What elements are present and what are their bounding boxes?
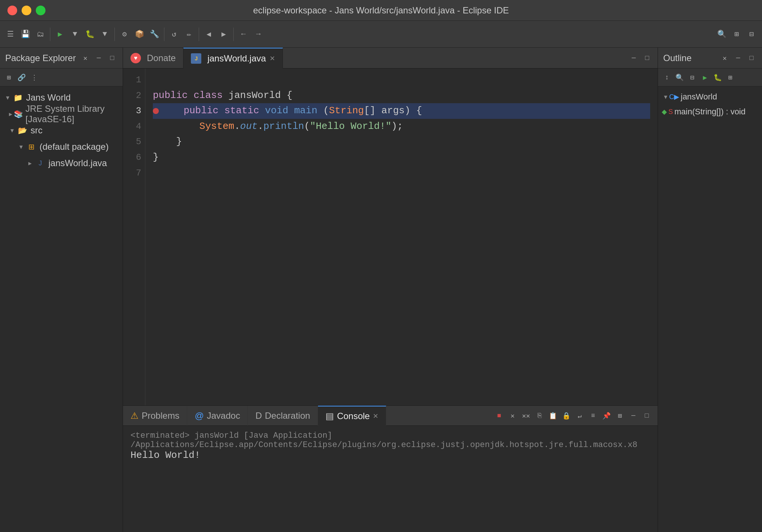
tab-console[interactable]: ▤ Console ✕ (318, 406, 386, 426)
out-field: out (240, 119, 258, 134)
close-brace-6: } (153, 150, 159, 165)
classname: jansWorld { (229, 88, 293, 104)
line-num-5: 5 (123, 134, 141, 150)
minimize-button[interactable] (22, 6, 31, 15)
maximize-button[interactable] (36, 6, 45, 15)
maximize-package-explorer-icon[interactable]: □ (107, 53, 117, 63)
toolbar-back[interactable]: ← (237, 28, 250, 41)
outline-collapse-icon[interactable]: ⊟ (687, 72, 698, 83)
close-outline-icon[interactable]: ✕ (720, 53, 730, 63)
expand-arrow-jans-world[interactable]: ▾ (3, 94, 12, 102)
toolbar-forward[interactable]: → (252, 28, 265, 41)
console-remove-icon[interactable]: ✕✕ (520, 410, 532, 421)
tree-item-default-pkg[interactable]: ▾ ⊞ (default package) (0, 139, 123, 155)
center-panel: ♥ Donate J jansWorld.java ✕ ─ □ 1 2 (123, 48, 658, 532)
expand-arrow-default-pkg[interactable]: ▾ (16, 143, 25, 151)
tree-item-jansworld-java[interactable]: ▸ J jansWorld.java (0, 155, 123, 171)
bottom-minimize-icon[interactable]: ─ (628, 410, 639, 421)
package-explorer-tree: ▾ 📁 Jans World ▸ 📚 JRE System Library [J… (0, 86, 123, 532)
toolbar-separator-5 (233, 28, 234, 41)
outline-expand-icon[interactable]: ⊞ (725, 72, 736, 83)
minimize-outline-icon[interactable]: ─ (733, 53, 743, 63)
param-args: args) { (381, 103, 422, 119)
minimize-package-explorer-icon[interactable]: ─ (94, 53, 104, 63)
toolbar-refactor[interactable]: ↺ (167, 28, 181, 41)
tab-javadoc[interactable]: @ Javadoc (187, 406, 248, 426)
string-hello: "Hello World!" (310, 119, 391, 134)
package-explorer-toolbar: ⊞ 🔗 ⋮ (0, 69, 123, 86)
tab-jansworld-label: jansWorld.java (207, 53, 266, 64)
outline-title: Outline (663, 53, 717, 63)
outline-item-main[interactable]: ◆ S main(String[]) : void (658, 104, 762, 119)
collapse-all-icon[interactable]: ⊞ (4, 72, 14, 83)
outline-filter-icon[interactable]: 🔍 (674, 72, 685, 83)
debug-button[interactable]: 🐛 (83, 28, 97, 41)
close-brace-5: } (153, 134, 182, 150)
toolbar-nav-1[interactable]: ◀ (202, 28, 215, 41)
maximize-outline-icon[interactable]: □ (746, 53, 757, 63)
editor-minimize-icon[interactable]: ─ (629, 53, 639, 63)
tab-problems[interactable]: ⚠ Problems (123, 406, 187, 426)
close-package-explorer-icon[interactable]: ✕ (80, 53, 91, 63)
code-line-3: public static void main ( String [] args… (153, 103, 650, 119)
java-tab-icon: J (191, 53, 201, 64)
toolbar-ext-3[interactable]: 🔧 (148, 28, 161, 41)
outline-debug-icon[interactable]: 🐛 (712, 72, 723, 83)
console-scroll-lock-icon[interactable]: 🔒 (561, 410, 572, 421)
console-output-line: Hello World! (130, 450, 650, 461)
editor-maximize-icon[interactable]: □ (642, 53, 652, 63)
toolbar-ext-1[interactable]: ⚙ (118, 28, 131, 41)
link-editor-icon[interactable]: 🔗 (16, 72, 27, 83)
tab-jansworld[interactable]: J jansWorld.java ✕ (183, 48, 283, 69)
code-content[interactable]: public class jansWorld { public static v… (145, 69, 658, 405)
console-paste-icon[interactable]: 📋 (547, 410, 558, 421)
outline-sort-icon[interactable]: ↕ (662, 72, 672, 83)
console-copy-icon[interactable]: ⎘ (534, 410, 545, 421)
open-perspective-button[interactable]: ⊟ (745, 28, 758, 41)
tree-item-jre[interactable]: ▸ 📚 JRE System Library [JavaSE-16] (0, 106, 123, 122)
search-icon[interactable]: 🔍 (715, 28, 728, 41)
close-button[interactable] (7, 6, 17, 15)
run-button[interactable]: ▶ (53, 28, 67, 41)
console-word-wrap-icon[interactable]: ↵ (574, 410, 585, 421)
code-editor[interactable]: 1 2 3 4 5 6 7 public class jansWorld { (123, 69, 658, 405)
console-terminate-icon[interactable]: ✕ (507, 410, 518, 421)
debug-config-button[interactable]: ▼ (98, 28, 111, 41)
main-toolbar: ☰ 💾 🗂 ▶ ▼ 🐛 ▼ ⚙ 📦 🔧 ↺ ✏ ◀ ▶ ← → 🔍 ⊞ ⊟ (0, 21, 762, 48)
code-line-7 (153, 165, 650, 181)
console-open-icon[interactable]: ⊞ (614, 410, 626, 421)
toolbar-ext-2[interactable]: 📦 (133, 28, 146, 41)
toolbar-format[interactable]: ✏ (182, 28, 196, 41)
tab-jansworld-close[interactable]: ✕ (270, 54, 275, 63)
editor-tabs: ♥ Donate J jansWorld.java ✕ ─ □ (123, 48, 658, 69)
new-button[interactable]: ☰ (4, 28, 17, 41)
outline-item-class[interactable]: ▾ C▶ jansWorld (658, 89, 762, 104)
tree-item-src[interactable]: ▾ 📂 src (0, 122, 123, 139)
tab-declaration[interactable]: D Declaration (248, 406, 318, 426)
expand-arrow-jansworld[interactable]: ▸ (25, 159, 34, 167)
outline-run-icon[interactable]: ▶ (700, 72, 710, 83)
save-all-button[interactable]: 🗂 (34, 28, 47, 41)
toolbar-separator-3 (164, 28, 164, 41)
save-button[interactable]: 💾 (19, 28, 32, 41)
expand-arrow-jre[interactable]: ▸ (7, 110, 14, 118)
tab-donate[interactable]: ♥ Donate (123, 48, 183, 69)
expand-arrow-src[interactable]: ▾ (7, 126, 16, 134)
toolbar-separator-2 (114, 28, 115, 41)
paren-2: ( (304, 119, 310, 134)
donate-icon: ♥ (130, 53, 141, 63)
tab-console-close[interactable]: ✕ (373, 412, 378, 420)
view-menu-icon[interactable]: ⋮ (29, 72, 40, 83)
console-show-all-icon[interactable]: ≡ (588, 410, 599, 421)
code-line-2: public class jansWorld { (153, 88, 650, 104)
run-config-button[interactable]: ▼ (68, 28, 82, 41)
keyword-void: void (265, 103, 294, 119)
perspective-button[interactable]: ⊞ (730, 28, 743, 41)
console-stop-icon[interactable]: ■ (494, 410, 505, 421)
console-pin-icon[interactable]: 📌 (601, 410, 612, 421)
toolbar-nav-2[interactable]: ▶ (217, 28, 230, 41)
keyword-public-3: public (160, 103, 224, 119)
bottom-maximize-icon[interactable]: □ (641, 410, 652, 421)
code-line-5: } (153, 134, 650, 150)
outline-expand-arrow-class[interactable]: ▾ (662, 93, 669, 101)
